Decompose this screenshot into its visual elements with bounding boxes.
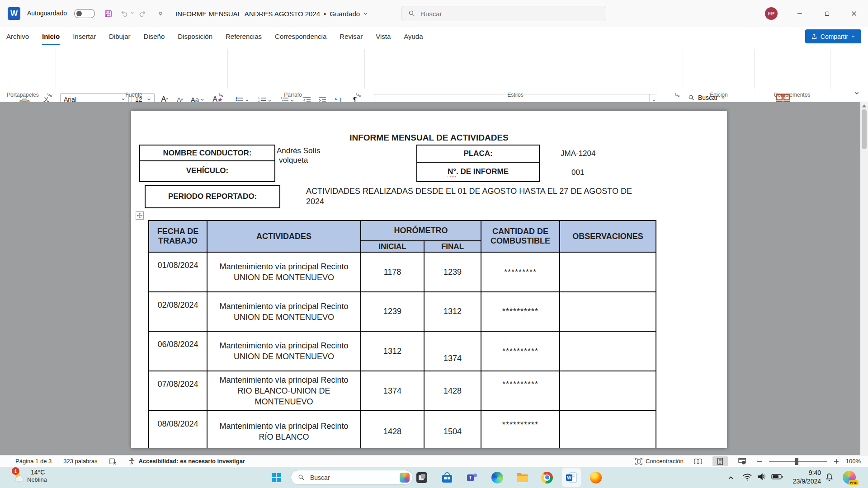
minimize-button[interactable] bbox=[789, 0, 810, 27]
redo-icon[interactable] bbox=[137, 8, 148, 19]
periodo-label-cell[interactable]: PERIODO REPORTADO: bbox=[145, 185, 280, 208]
tab-archivo[interactable]: Archivo bbox=[5, 27, 30, 45]
col-header-actividades[interactable]: ACTIVIDADES bbox=[208, 221, 361, 253]
table-cell-inicial[interactable]: 1178 bbox=[361, 253, 425, 292]
scroll-up-arrow-icon[interactable] bbox=[862, 104, 866, 108]
close-button[interactable] bbox=[844, 0, 864, 27]
tab-vista[interactable]: Vista bbox=[375, 27, 392, 45]
table-cell-observaciones[interactable] bbox=[560, 332, 656, 371]
clock-widget[interactable]: 9:40 23/9/2024 bbox=[787, 469, 821, 486]
tab-diseno[interactable]: Diseño bbox=[143, 27, 166, 45]
focus-mode-button[interactable]: Concentración bbox=[635, 458, 684, 465]
table-cell-observaciones[interactable] bbox=[560, 371, 656, 411]
autosave-toggle[interactable] bbox=[74, 9, 95, 18]
zoom-level[interactable]: 100% bbox=[846, 458, 861, 465]
col-header-observaciones[interactable]: OBSERVACIONES bbox=[560, 221, 656, 253]
zoom-slider-thumb[interactable] bbox=[795, 458, 798, 465]
print-layout-button[interactable] bbox=[712, 456, 728, 466]
font-dialog-launcher-icon[interactable] bbox=[218, 92, 224, 98]
table-cell-actividad[interactable]: Mantenimiento vía principal Recinto UNIO… bbox=[208, 253, 361, 292]
chrome-icon[interactable] bbox=[538, 468, 557, 487]
table-cell-fecha[interactable]: 02/08/2024 bbox=[149, 292, 208, 332]
document-title[interactable]: INFORME MENSUAL ANDRES AGOSTO 2024 • Gua… bbox=[175, 0, 368, 27]
styles-dialog-launcher-icon[interactable] bbox=[675, 92, 680, 98]
table-cell-actividad[interactable]: Mantenimiento vía principal Recinto RÍO … bbox=[208, 411, 361, 448]
file-explorer-icon[interactable] bbox=[513, 468, 532, 487]
table-cell-actividad[interactable]: Mantenimiento vía principal Recinto UNIO… bbox=[208, 332, 361, 371]
table-cell-inicial[interactable]: 1239 bbox=[361, 292, 425, 332]
tab-revisar[interactable]: Revisar bbox=[339, 27, 363, 45]
table-cell-actividad[interactable]: Mantenimiento vía principal Recinto RIO … bbox=[208, 371, 361, 411]
save-icon[interactable] bbox=[102, 8, 114, 19]
collapse-ribbon-chevron-icon[interactable] bbox=[852, 89, 862, 98]
copilot-icon[interactable]: PRE bbox=[843, 471, 856, 484]
tab-inicio[interactable]: Inicio bbox=[41, 27, 61, 45]
accessibility-status[interactable]: Accesibilidad: es necesario investigar bbox=[128, 458, 245, 465]
tab-insertar[interactable]: Insertar bbox=[72, 27, 97, 45]
table-cell-inicial[interactable]: 1312 bbox=[361, 332, 425, 371]
col-header-fecha[interactable]: FECHA DE TRABAJO bbox=[149, 221, 208, 253]
tab-referencias[interactable]: Referencias bbox=[225, 27, 263, 45]
battery-icon[interactable] bbox=[771, 473, 783, 480]
titlebar-search-box[interactable]: Buscar bbox=[401, 6, 606, 21]
page-indicator[interactable]: Página 1 de 3 bbox=[15, 458, 52, 465]
zoom-slider[interactable] bbox=[769, 461, 827, 462]
tray-expand-chevron-icon[interactable] bbox=[725, 472, 736, 483]
share-button[interactable]: Compartir bbox=[805, 29, 861, 43]
paragraph-dialog-launcher-icon[interactable] bbox=[356, 92, 362, 98]
col-header-final[interactable]: FINAL bbox=[425, 241, 481, 253]
vertical-scrollbar[interactable] bbox=[860, 102, 868, 455]
document-page[interactable]: INFORME MENSUAL DE ACTIVIDADES NOMBRE CO… bbox=[131, 111, 727, 448]
table-cell-final[interactable]: 1428 bbox=[425, 371, 481, 411]
user-avatar[interactable]: FP bbox=[765, 7, 778, 20]
conductor-value[interactable]: Andrés Solís volqueta bbox=[277, 146, 320, 165]
tab-dibujar[interactable]: Dibujar bbox=[108, 27, 132, 45]
undo-dropdown-chevron-icon[interactable] bbox=[130, 11, 134, 15]
document-heading[interactable]: INFORME MENSUAL DE ACTIVIDADES bbox=[131, 133, 727, 143]
search-highlight-icon[interactable] bbox=[400, 473, 410, 483]
volume-icon[interactable] bbox=[757, 472, 767, 481]
placa-value[interactable]: JMA-1204 bbox=[561, 149, 595, 158]
microsoft-store-icon[interactable] bbox=[438, 468, 457, 487]
col-header-cantidad[interactable]: CANTIDAD DE COMBUSTIBLE bbox=[481, 221, 560, 253]
table-cell-final[interactable]: 1312 bbox=[425, 292, 481, 332]
vehiculo-label-cell[interactable]: VEHÍCULO: bbox=[139, 160, 275, 182]
scrollbar-thumb[interactable] bbox=[862, 109, 867, 149]
table-move-handle[interactable] bbox=[136, 211, 144, 220]
table-cell-final[interactable]: 1504 bbox=[425, 411, 481, 448]
zoom-in-button[interactable] bbox=[834, 459, 839, 464]
proofing-errors-icon[interactable] bbox=[109, 458, 117, 465]
table-cell-fecha[interactable]: 08/08/2024 bbox=[149, 411, 208, 448]
table-cell-cantidad[interactable]: ********** bbox=[481, 332, 560, 371]
weather-widget[interactable]: 1 14°C Neblina bbox=[5, 467, 72, 488]
word-app-icon[interactable]: W bbox=[562, 468, 581, 487]
col-header-inicial[interactable]: INICIAL bbox=[361, 241, 425, 253]
table-cell-actividad[interactable]: Mantenimiento vía principal Recinto UNIO… bbox=[208, 292, 361, 332]
start-button[interactable] bbox=[267, 468, 286, 487]
informe-label-cell[interactable]: N°. DE INFORME bbox=[416, 162, 540, 182]
informe-value[interactable]: 001 bbox=[571, 168, 584, 177]
placa-label-cell[interactable]: PLACA: bbox=[416, 145, 540, 163]
table-cell-cantidad[interactable]: ********* bbox=[481, 253, 560, 292]
table-cell-fecha[interactable]: 07/08/2024 bbox=[149, 371, 208, 411]
col-header-horometro[interactable]: HORÓMETRO bbox=[361, 221, 481, 241]
wifi-icon[interactable] bbox=[742, 472, 752, 481]
read-mode-button[interactable] bbox=[690, 456, 706, 466]
periodo-value[interactable]: ACTIVIDADES REALIZADAS DESDE EL 01 DE AG… bbox=[306, 186, 643, 207]
notification-bell-icon[interactable] bbox=[825, 472, 834, 482]
teams-icon[interactable]: T bbox=[462, 468, 481, 487]
tab-ayuda[interactable]: Ayuda bbox=[403, 27, 424, 45]
table-cell-fecha[interactable]: 01/08/2024 bbox=[149, 253, 208, 292]
table-cell-fecha[interactable]: 06/08/2024 bbox=[149, 332, 208, 371]
quick-access-toolbar-chevron-icon[interactable] bbox=[155, 8, 166, 19]
undo-icon[interactable] bbox=[118, 8, 130, 19]
table-cell-cantidad[interactable]: ********** bbox=[481, 292, 560, 332]
maximize-button[interactable] bbox=[816, 0, 837, 27]
tab-correspondencia[interactable]: Correspondencia bbox=[274, 27, 327, 45]
table-cell-observaciones[interactable] bbox=[560, 292, 656, 332]
task-view-icon[interactable] bbox=[412, 468, 431, 487]
web-layout-button[interactable] bbox=[735, 456, 750, 466]
table-cell-observaciones[interactable] bbox=[560, 253, 656, 292]
word-logo-icon[interactable]: W bbox=[8, 7, 20, 20]
table-cell-observaciones[interactable] bbox=[560, 411, 656, 448]
